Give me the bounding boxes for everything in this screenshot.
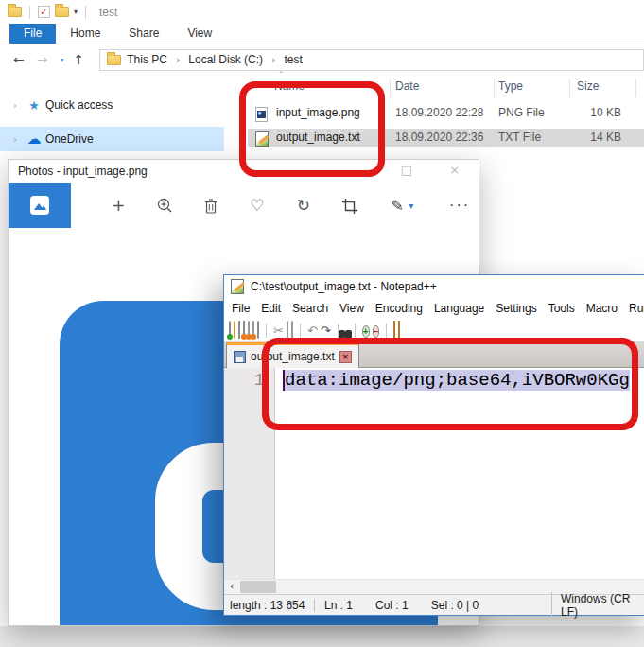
notepad-file-icon <box>255 131 269 147</box>
notepad-window: C:\test\output_image.txt - Notepad++ Fil… <box>223 274 644 616</box>
add-button[interactable]: + <box>96 196 142 215</box>
print-icon[interactable] <box>257 322 259 339</box>
tab-home[interactable]: Home <box>56 24 114 44</box>
sidebar-item-onedrive[interactable]: › ☁ OneDrive <box>0 127 224 151</box>
copy-icon[interactable] <box>287 322 288 339</box>
recent-locations-chevron-icon[interactable]: ▾ <box>60 56 63 64</box>
tab-output-image[interactable]: output_image.txt × <box>226 342 359 368</box>
edit-pencil-icon[interactable]: ✎ <box>386 197 409 215</box>
expand-chevron-icon[interactable]: › <box>8 99 23 112</box>
column-header-name[interactable]: Name <box>274 79 305 93</box>
divider <box>386 324 387 338</box>
menu-macro[interactable]: Macro <box>581 302 623 315</box>
maximize-icon[interactable]: □ <box>383 160 431 183</box>
forward-icon[interactable]: → <box>37 52 48 67</box>
editor-text-line[interactable]: data:image/png;base64,iVBORw0KGg <box>275 368 630 579</box>
address-input[interactable]: This PC › Local Disk (C:) › test <box>99 49 644 71</box>
menu-tools[interactable]: Tools <box>543 302 581 315</box>
save-all-icon[interactable] <box>243 322 245 339</box>
status-selection: Sel : 0 | 0 <box>431 599 479 612</box>
undo-icon[interactable]: ↶ <box>307 324 318 338</box>
close-icon[interactable]: × <box>430 160 479 183</box>
menu-run[interactable]: Run <box>623 302 644 315</box>
tab-close-icon[interactable]: × <box>339 351 352 363</box>
menu-search[interactable]: Search <box>287 302 334 315</box>
back-icon[interactable]: ← <box>13 52 25 67</box>
menu-settings[interactable]: Settings <box>490 302 542 315</box>
file-row-input-image[interactable]: input_image.png 18.09.2020 22:28 PNG Fil… <box>248 104 644 122</box>
scroll-left-icon[interactable]: ‹ <box>224 580 239 594</box>
selected-base64-text[interactable]: data:image/png;base64,iVBORw0KGg <box>283 370 630 391</box>
editor-area[interactable]: 1 data:image/png;base64,iVBORw0KGg <box>224 368 644 579</box>
sync-horizontal-icon[interactable] <box>398 322 400 339</box>
folder-app-icon <box>8 7 22 17</box>
new-file-icon[interactable] <box>229 322 231 339</box>
menu-view[interactable]: View <box>334 302 370 315</box>
photos-app-icon <box>28 194 51 217</box>
zoom-out-icon[interactable]: − <box>373 322 380 339</box>
up-icon[interactable]: ↑ <box>73 52 84 67</box>
delete-icon[interactable] <box>188 196 235 215</box>
close-file-icon[interactable] <box>248 322 250 339</box>
more-options-button[interactable]: ··· <box>441 197 479 214</box>
notepad-statusbar: length : 13 654 Ln : 1 Col : 1 Sel : 0 |… <box>224 594 644 615</box>
zoom-icon[interactable] <box>142 196 188 215</box>
zoom-in-icon[interactable]: + <box>362 322 370 339</box>
breadcrumb-test[interactable]: test <box>284 53 302 66</box>
line-number: 1 <box>254 370 265 391</box>
window-title: test <box>99 6 117 19</box>
status-column: Col : 1 <box>375 599 409 612</box>
rotate-icon[interactable]: ↻ <box>280 196 326 215</box>
onedrive-cloud-icon: ☁ <box>23 131 45 148</box>
menu-file[interactable]: File <box>226 302 255 315</box>
menu-encoding[interactable]: Encoding <box>370 302 428 315</box>
column-header-type[interactable]: Type <box>498 79 523 93</box>
notepad-toolbar: ✂ ↶ ↷ + − <box>224 319 644 341</box>
scrollbar-thumb[interactable] <box>240 581 276 593</box>
tab-share[interactable]: Share <box>114 24 173 44</box>
status-eol-format: Windows (CR LF) <box>551 592 644 619</box>
cut-icon[interactable]: ✂ <box>273 324 284 338</box>
redo-icon[interactable]: ↷ <box>321 324 331 338</box>
column-header-size[interactable]: Size <box>577 79 599 93</box>
sync-vertical-icon[interactable] <box>393 322 395 339</box>
ribbon-tabs: File Home Share View <box>0 24 644 44</box>
quick-access-star-icon: ★ <box>23 98 45 113</box>
properties-check-icon[interactable]: ✓ <box>38 6 50 18</box>
file-date: 18.09.2020 22:36 <box>395 131 483 144</box>
folder-icon <box>107 55 121 65</box>
save-icon[interactable] <box>238 322 240 339</box>
sidebar-item-label: Quick access <box>45 98 113 112</box>
qat-customize-arrow-icon[interactable]: ▾ <box>74 8 78 16</box>
menu-language[interactable]: Language <box>428 302 490 315</box>
sidebar-item-label: OneDrive <box>45 132 94 146</box>
divider <box>266 324 267 338</box>
column-header-date[interactable]: Date <box>395 79 419 93</box>
sidebar-item-quick-access[interactable]: › ★ Quick access <box>0 93 224 117</box>
breadcrumb-local-disk[interactable]: Local Disk (C:) <box>188 53 263 66</box>
tab-view[interactable]: View <box>173 24 226 44</box>
see-all-photos-button[interactable] <box>9 183 71 228</box>
status-length: length : 13 654 <box>224 599 314 612</box>
paste-icon[interactable] <box>291 322 293 339</box>
new-folder-icon[interactable] <box>55 7 69 17</box>
tab-file[interactable]: File <box>9 24 56 44</box>
edit-chevron-icon[interactable]: ▾ <box>409 201 427 211</box>
close-all-icon[interactable] <box>252 322 254 339</box>
minimize-icon[interactable]: – <box>335 160 383 183</box>
breadcrumb-this-pc[interactable]: This PC <box>127 53 167 66</box>
tab-label: output_image.txt <box>251 350 335 363</box>
file-name: output_image.txt <box>276 131 360 144</box>
expand-chevron-icon[interactable]: › <box>8 133 23 146</box>
crop-icon[interactable] <box>326 196 373 215</box>
menu-edit[interactable]: Edit <box>255 302 287 315</box>
favorite-heart-icon[interactable]: ♡ <box>235 196 281 215</box>
png-file-icon <box>255 107 268 122</box>
notepad-title: C:\test\output_image.txt - Notepad++ <box>251 280 437 293</box>
divider <box>355 324 356 338</box>
file-row-output-image[interactable]: output_image.txt 18.09.2020 22:36 TXT Fi… <box>248 129 644 147</box>
photos-titlebar: Photos - input_image.png – □ × <box>9 160 479 183</box>
column-divider <box>569 79 570 97</box>
file-size: 14 KB <box>565 131 621 144</box>
open-file-icon[interactable] <box>234 322 235 339</box>
